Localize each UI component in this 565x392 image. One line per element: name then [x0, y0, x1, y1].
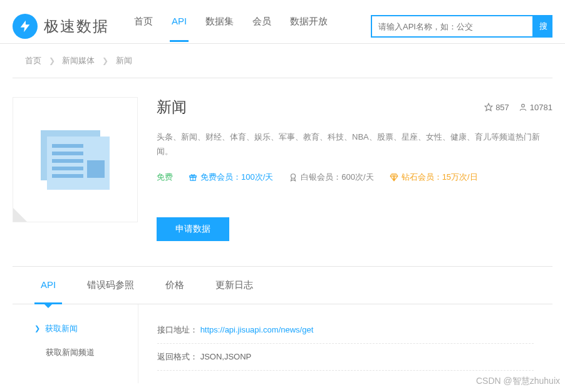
sidebar-item-get-news[interactable]: ❯ 获取新闻: [25, 317, 138, 341]
svg-rect-6: [52, 174, 83, 178]
chevron-right-icon: ❯: [49, 56, 55, 65]
format-row: 返回格式： JSON,JSONP: [157, 344, 534, 371]
logo-icon: [13, 14, 38, 39]
breadcrumb-current: 新闻: [116, 56, 132, 65]
page-title: 新闻: [157, 97, 187, 117]
watermark: CSDN @智慧zhuhuix: [476, 376, 560, 383]
api-content: 接口地址： https://api.jisuapi.com/news/get 返…: [138, 304, 552, 383]
svg-rect-7: [87, 160, 105, 178]
apply-button[interactable]: 申请数据: [157, 217, 229, 241]
svg-point-9: [522, 104, 525, 107]
svg-rect-5: [52, 167, 83, 170]
format-value: JSON,JSONP: [200, 352, 252, 361]
tab-api[interactable]: API: [25, 267, 71, 304]
medal-icon: [289, 173, 298, 182]
detail-content: 新闻 857 10781 头条、新闻、财经、体育、娱乐、军事、教育、科技、NBA…: [157, 97, 552, 241]
nav-dataset[interactable]: 数据集: [205, 16, 234, 43]
star-corner-icon: [13, 208, 27, 222]
header: 极速数据 首页 API 数据集 会员 数据开放 搜: [0, 0, 565, 44]
svg-rect-3: [52, 152, 83, 155]
breadcrumb: 首页 ❯ 新闻媒体 ❯ 新闻: [13, 44, 552, 78]
api-thumbnail: [13, 97, 138, 222]
stats: 857 10781: [484, 103, 552, 112]
tab-errors[interactable]: 错误码参照: [71, 267, 150, 304]
logo[interactable]: 极速数据: [13, 14, 109, 39]
chevron-right-icon: ❯: [102, 56, 108, 65]
svg-rect-4: [52, 159, 83, 163]
endpoint-link[interactable]: https://api.jisuapi.com/news/get: [200, 325, 314, 334]
breadcrumb-category[interactable]: 新闻媒体: [62, 56, 95, 65]
tab-changelog[interactable]: 更新日志: [200, 267, 269, 304]
pricing-tiers: 免费 免费会员：100次/天 白银会员：600次/天 钻石会员：15万次/日: [157, 172, 552, 183]
svg-point-13: [291, 174, 296, 178]
search-button[interactable]: 搜: [534, 15, 552, 38]
detail-tabs: API 错误码参照 价格 更新日志: [13, 267, 552, 304]
api-body: ❯ 获取新闻 获取新闻频道 接口地址： https://api.jisuapi.…: [13, 304, 552, 383]
endpoint-label: 接口地址：: [157, 325, 198, 334]
svg-marker-8: [485, 103, 492, 111]
sidebar-item-get-channels[interactable]: 获取新闻频道: [25, 341, 138, 364]
star-icon: [484, 103, 493, 111]
search-input[interactable]: [371, 15, 534, 38]
svg-rect-2: [52, 144, 83, 148]
tab-pricing[interactable]: 价格: [150, 267, 200, 304]
chevron-right-icon: ❯: [34, 324, 40, 333]
main-nav: 首页 API 数据集 会员 数据开放: [134, 9, 328, 43]
nav-open-data[interactable]: 数据开放: [290, 16, 328, 43]
description: 头条、新闻、财经、体育、娱乐、军事、教育、科技、NBA、股票、星座、女性、健康、…: [157, 130, 552, 159]
detail-section: API 错误码参照 价格 更新日志 ❯ 获取新闻 获取新闻频道 接口地址： ht…: [13, 266, 552, 383]
gift-icon: [189, 173, 197, 182]
user-icon: [519, 103, 527, 111]
breadcrumb-home[interactable]: 首页: [25, 56, 41, 65]
tier-silver: 白银会员：600次/天: [289, 172, 373, 183]
tier-free: 免费: [157, 172, 173, 183]
nav-member[interactable]: 会员: [252, 16, 271, 43]
detail-panel: 新闻 857 10781 头条、新闻、财经、体育、娱乐、军事、教育、科技、NBA…: [0, 78, 565, 260]
endpoint-row: 接口地址： https://api.jisuapi.com/news/get: [157, 317, 534, 344]
logo-text: 极速数据: [44, 16, 109, 36]
nav-api[interactable]: API: [172, 16, 187, 42]
diamond-icon: [390, 173, 398, 182]
nav-home[interactable]: 首页: [134, 16, 153, 43]
api-sidebar: ❯ 获取新闻 获取新闻频道: [13, 304, 138, 383]
stat-stars: 857: [484, 103, 509, 112]
stat-users: 10781: [519, 103, 552, 112]
search-box: 搜: [371, 15, 552, 38]
sidebar-item-label: 获取新闻: [45, 323, 78, 334]
tier-bronze: 免费会员：100次/天: [189, 172, 273, 183]
sidebar-item-label: 获取新闻频道: [46, 347, 95, 358]
news-icon: [41, 130, 110, 190]
tier-gold: 钻石会员：15万次/日: [390, 172, 478, 183]
format-label: 返回格式：: [157, 352, 198, 361]
